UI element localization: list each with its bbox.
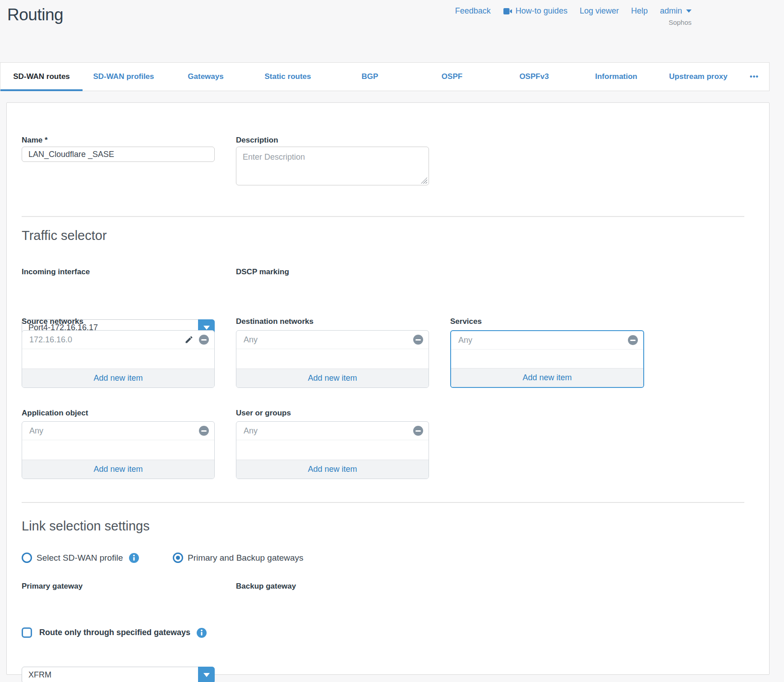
- primary-gateway-select[interactable]: XFRM: [22, 667, 215, 682]
- listbox-spacer: [22, 349, 214, 369]
- radio-select-sdwan-profile[interactable]: [22, 553, 32, 563]
- list-item: Any: [236, 422, 429, 440]
- chevron-down-icon: [686, 9, 692, 13]
- tab-information[interactable]: Information: [575, 63, 657, 91]
- source-networks-label: Source networks: [22, 317, 83, 326]
- route-only-checkbox-row: Route only through specified gateways: [22, 627, 207, 638]
- add-new-item-button[interactable]: Add new item: [22, 369, 214, 387]
- edit-pencil-icon[interactable]: [184, 335, 194, 344]
- list-item: Any: [451, 331, 643, 350]
- services-box: Any Add new item: [450, 330, 644, 388]
- tab-bar: SD-WAN routes SD-WAN profiles Gateways S…: [0, 62, 770, 91]
- tab-upstream-proxy[interactable]: Upstream proxy: [657, 63, 739, 91]
- chevron-down-icon: [203, 326, 210, 330]
- description-wrap: [236, 147, 429, 185]
- destination-networks-box: Any Add new item: [236, 330, 429, 388]
- add-new-item-button[interactable]: Add new item: [451, 368, 643, 387]
- list-item: 172.16.16.0: [22, 331, 214, 349]
- traffic-selector-heading: Traffic selector: [22, 228, 107, 243]
- tab-bgp[interactable]: BGP: [329, 63, 411, 91]
- name-label: Name *: [22, 136, 48, 145]
- user-or-groups-box: Any Add new item: [236, 421, 429, 479]
- radio-label: Select SD-WAN profile: [37, 553, 123, 563]
- sd-wan-route-form: Name * Description Traffic selector Inco…: [6, 102, 770, 675]
- info-icon[interactable]: [197, 628, 207, 638]
- howto-guides-link[interactable]: How-to guides: [503, 6, 567, 16]
- description-input[interactable]: [236, 147, 429, 185]
- dscp-marking-label: DSCP marking: [236, 267, 289, 276]
- tab-sd-wan-profiles[interactable]: SD-WAN profiles: [83, 63, 165, 91]
- tab-ospfv3[interactable]: OSPFv3: [493, 63, 575, 91]
- remove-item-icon[interactable]: [413, 426, 423, 436]
- add-new-item-button[interactable]: Add new item: [22, 460, 214, 479]
- sdwan-profile-radio-row: Select SD-WAN profile: [22, 553, 139, 563]
- divider: [22, 216, 744, 217]
- remove-item-icon[interactable]: [199, 426, 209, 436]
- add-new-item-button[interactable]: Add new item: [236, 460, 429, 479]
- primary-gateway-label: Primary gateway: [22, 582, 83, 591]
- remove-item-icon[interactable]: [628, 335, 638, 345]
- application-object-box: Any Add new item: [22, 421, 215, 479]
- incoming-interface-label: Incoming interface: [22, 267, 90, 276]
- list-item: Any: [22, 422, 214, 440]
- radio-primary-backup-gateways[interactable]: [173, 553, 183, 563]
- tabs-more-button[interactable]: •••: [739, 63, 769, 91]
- user-or-groups-label: User or groups: [236, 409, 291, 418]
- tab-static-routes[interactable]: Static routes: [247, 63, 329, 91]
- destination-networks-label: Destination networks: [236, 317, 314, 326]
- dropdown-button[interactable]: [198, 667, 215, 682]
- admin-menu[interactable]: admin: [660, 6, 692, 16]
- video-camera-icon: [503, 8, 512, 15]
- remove-item-icon[interactable]: [199, 335, 209, 345]
- backup-gateway-label: Backup gateway: [236, 582, 296, 591]
- route-only-checkbox[interactable]: [22, 627, 32, 638]
- services-label: Services: [450, 317, 482, 326]
- listbox-spacer: [22, 440, 214, 460]
- tab-gateways[interactable]: Gateways: [165, 63, 247, 91]
- listbox-spacer: [236, 440, 429, 460]
- required-marker: *: [45, 136, 48, 144]
- divider: [22, 502, 744, 503]
- help-link[interactable]: Help: [631, 6, 648, 16]
- listbox-spacer: [451, 350, 643, 368]
- brand-label: Sophos: [669, 18, 692, 26]
- page-title: Routing: [7, 5, 63, 24]
- log-viewer-link[interactable]: Log viewer: [580, 6, 619, 16]
- add-new-item-button[interactable]: Add new item: [236, 369, 429, 387]
- chevron-down-icon: [203, 673, 210, 677]
- radio-label: Primary and Backup gateways: [188, 553, 304, 563]
- tab-sd-wan-routes[interactable]: SD-WAN routes: [0, 63, 83, 91]
- remove-item-icon[interactable]: [413, 335, 423, 345]
- tab-ospf[interactable]: OSPF: [411, 63, 493, 91]
- primary-backup-radio-row: Primary and Backup gateways: [173, 553, 304, 563]
- description-label: Description: [236, 136, 278, 145]
- app-header: Routing Feedback How-to guides Log viewe…: [0, 0, 784, 62]
- checkbox-label: Route only through specified gateways: [39, 628, 190, 637]
- application-object-label: Application object: [22, 409, 88, 418]
- listbox-spacer: [236, 349, 429, 369]
- info-icon[interactable]: [129, 553, 139, 563]
- link-selection-heading: Link selection settings: [22, 519, 150, 534]
- feedback-link[interactable]: Feedback: [455, 6, 491, 16]
- name-input[interactable]: [22, 147, 215, 162]
- source-networks-box: 172.16.16.0 Add new item: [22, 330, 215, 388]
- header-links: Feedback How-to guides Log viewer Help a…: [455, 6, 692, 16]
- list-item: Any: [236, 331, 429, 349]
